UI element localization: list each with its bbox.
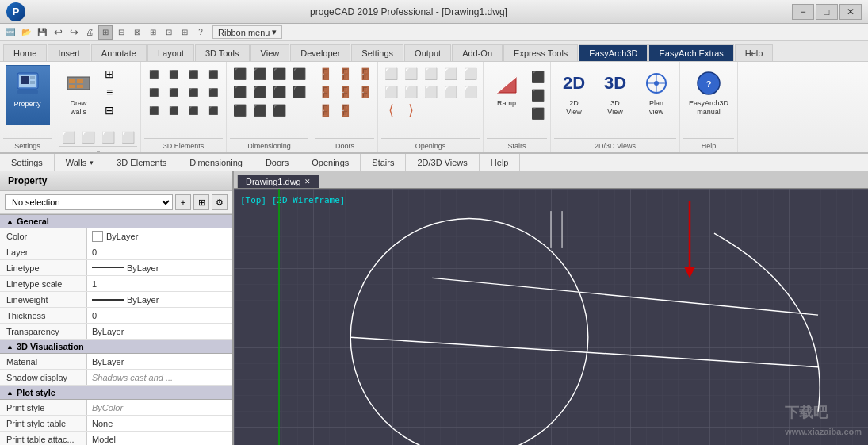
door-btn-6[interactable]: 🚪	[355, 83, 374, 101]
canvas-area[interactable]: [Top] [2D Wireframe]	[234, 189, 868, 445]
3d-btn-9[interactable]: ⬛	[144, 102, 163, 119]
tab-settings[interactable]: Settings	[351, 44, 403, 61]
maximize-button[interactable]: □	[816, 4, 838, 20]
3d-btn-4[interactable]: ⬛	[204, 65, 223, 82]
print-style-val[interactable]: ByColor	[87, 400, 232, 415]
3d-btn-8[interactable]: ⬛	[204, 83, 223, 101]
doors-bottom-label[interactable]: Doors	[254, 154, 300, 171]
stair-btn-3[interactable]: ⬛	[528, 105, 547, 122]
preferences-button[interactable]: Property	[6, 65, 50, 125]
wall-tool-3[interactable]: ⊟	[100, 102, 119, 119]
opening-btn-9[interactable]: ⬜	[441, 83, 460, 101]
dimensioning-bottom-label[interactable]: Dimensioning	[178, 154, 254, 171]
opening-btn-4[interactable]: ⬜	[441, 65, 460, 82]
qa-print[interactable]: 🖨	[82, 25, 97, 40]
opening-btn-12[interactable]: ⟩	[401, 102, 420, 119]
qa-snap[interactable]: ⊟	[114, 25, 128, 40]
qa-grid[interactable]: ⊞	[98, 25, 113, 40]
settings-bottom-label[interactable]: Settings	[0, 154, 55, 171]
wall-extra-4[interactable]: ⬜	[118, 129, 137, 146]
views-bottom-label[interactable]: 2D/3D Views	[406, 154, 479, 171]
ribbon-menu-button[interactable]: Ribbon menu ▾	[212, 25, 282, 39]
3d-btn-7[interactable]: ⬛	[184, 83, 203, 101]
opening-btn-8[interactable]: ⬜	[421, 83, 440, 101]
thickness-val[interactable]: 0	[87, 308, 232, 323]
dim-btn-4[interactable]: ⬛	[289, 65, 308, 82]
dim-btn-6[interactable]: ⬛	[250, 83, 269, 101]
tab-help[interactable]: Help	[735, 44, 774, 61]
general-section-header[interactable]: ▲ General	[0, 214, 232, 228]
material-val[interactable]: ByLayer	[87, 354, 232, 369]
tab-3dtools[interactable]: 3D Tools	[195, 44, 250, 61]
opening-btn-3[interactable]: ⬜	[421, 65, 440, 82]
tab-express[interactable]: Express Tools	[503, 44, 578, 61]
dim-btn-9[interactable]: ⬛	[230, 102, 249, 119]
qa-polar[interactable]: ⊞	[146, 25, 160, 40]
door-btn-7[interactable]: 🚪	[315, 102, 335, 119]
door-btn-8[interactable]: 🚪	[335, 102, 354, 119]
3d-btn-12[interactable]: ⬛	[204, 102, 223, 119]
prop-tool-filter[interactable]: ⊞	[193, 194, 209, 210]
shadow-val[interactable]: Shadows cast and ...	[87, 370, 232, 385]
linetype-val[interactable]: ByLayer	[87, 260, 232, 275]
dim-btn-3[interactable]: ⬛	[270, 65, 289, 82]
dim-btn-11[interactable]: ⬛	[270, 102, 289, 119]
3d-btn-2[interactable]: ⬛	[164, 65, 183, 82]
tab-developer[interactable]: Developer	[290, 44, 350, 61]
stair-btn-1[interactable]: ⬛	[528, 68, 547, 86]
qa-redo[interactable]: ↪	[67, 25, 81, 40]
openings-bottom-label[interactable]: Openings	[300, 154, 361, 171]
qa-ortho[interactable]: ⊠	[130, 25, 144, 40]
print-attac-val[interactable]: Model	[87, 432, 232, 445]
wall-extra-1[interactable]: ⬜	[59, 129, 78, 146]
3d-view-button[interactable]: 3D 3DView	[595, 65, 635, 125]
dim-btn-2[interactable]: ⬛	[250, 65, 269, 82]
tab-easyarch3d[interactable]: EasyArch3D	[579, 44, 648, 61]
qa-dynin[interactable]: ⊞	[178, 25, 192, 40]
qa-undo[interactable]: ↩	[51, 25, 65, 40]
3delements-bottom-label[interactable]: 3D Elements	[105, 154, 178, 171]
tab-insert[interactable]: Insert	[48, 44, 90, 61]
selection-dropdown[interactable]: No selection	[5, 194, 173, 210]
3dvis-section-header[interactable]: ▲ 3D Visualisation	[0, 340, 232, 354]
door-btn-2[interactable]: 🚪	[335, 65, 354, 82]
dim-btn-10[interactable]: ⬛	[250, 102, 269, 119]
print-table-val[interactable]: None	[87, 416, 232, 431]
tab-easyarch-extras[interactable]: EasyArch Extras	[648, 44, 733, 61]
color-val[interactable]: ByLayer	[87, 228, 232, 244]
opening-btn-1[interactable]: ⬜	[381, 65, 400, 82]
transparency-val[interactable]: ByLayer	[87, 324, 232, 339]
wall-tool-1[interactable]: ⊞	[100, 65, 119, 82]
2d-view-button[interactable]: 2D 2DView	[554, 65, 594, 125]
minimize-button[interactable]: −	[792, 4, 814, 20]
tab-output[interactable]: Output	[404, 44, 451, 61]
dim-btn-7[interactable]: ⬛	[270, 83, 289, 101]
tab-home[interactable]: Home	[3, 44, 47, 61]
opening-btn-11[interactable]: ⟨	[381, 102, 400, 119]
dim-btn-8[interactable]: ⬛	[289, 83, 308, 101]
drawing-tab[interactable]: Drawing1.dwg ✕	[237, 175, 319, 188]
dim-btn-1[interactable]: ⬛	[230, 65, 249, 82]
wall-tool-2[interactable]: ≡	[100, 83, 119, 101]
lineweight-val[interactable]: ByLayer	[87, 292, 232, 307]
drawing-tab-close[interactable]: ✕	[304, 178, 311, 186]
close-button[interactable]: ✕	[839, 4, 862, 20]
door-btn-5[interactable]: 🚪	[335, 83, 354, 101]
tab-addon[interactable]: Add-On	[452, 44, 503, 61]
opening-btn-2[interactable]: ⬜	[401, 65, 420, 82]
door-btn-1[interactable]: 🚪	[315, 65, 335, 82]
wall-extra-3[interactable]: ⬜	[98, 129, 117, 146]
plot-section-header[interactable]: ▲ Plot style	[0, 386, 232, 400]
3d-btn-11[interactable]: ⬛	[184, 102, 203, 119]
opening-btn-7[interactable]: ⬜	[401, 83, 420, 101]
wall-extra-2[interactable]: ⬜	[78, 129, 98, 146]
help-bottom-label[interactable]: Help	[480, 154, 521, 171]
qa-help[interactable]: ?	[193, 25, 208, 40]
door-btn-3[interactable]: 🚪	[355, 65, 374, 82]
3d-btn-6[interactable]: ⬛	[164, 83, 183, 101]
opening-btn-10[interactable]: ⬜	[461, 83, 480, 101]
draw-walls-button[interactable]: Drawwalls	[59, 65, 98, 125]
3d-btn-1[interactable]: ⬛	[144, 65, 163, 82]
easyarch-manual-button[interactable]: ? EasyArch3Dmanual	[683, 65, 734, 125]
dim-btn-5[interactable]: ⬛	[230, 83, 249, 101]
